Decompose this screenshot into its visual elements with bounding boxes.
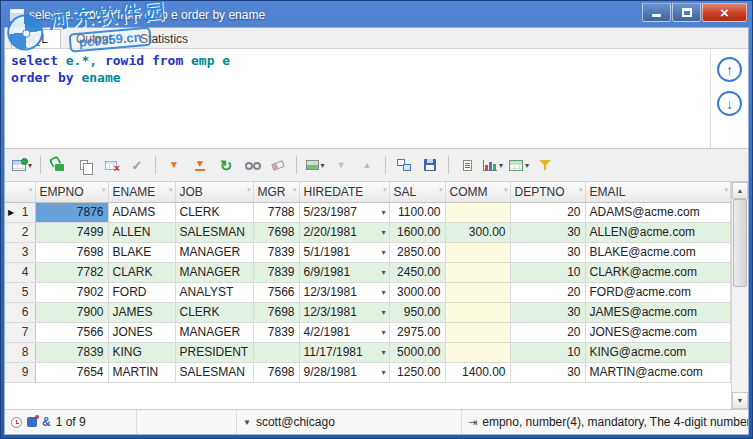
grid-cell[interactable]: JONES (108, 322, 175, 342)
grid-cell[interactable]: FORD@acme.com (585, 282, 731, 302)
grid-cell[interactable]: 7839 (253, 322, 299, 342)
grid-cell[interactable]: 6/9/1981 (299, 262, 389, 282)
grid-cell[interactable]: ADAMS@acme.com (585, 202, 731, 222)
sort-descending-button[interactable]: ▼ (329, 153, 353, 177)
pin-results-button[interactable]: ▾ (10, 153, 34, 177)
column-header-empno[interactable]: EMPNO (35, 182, 108, 202)
grid-cell[interactable]: 2850.00 (389, 242, 445, 262)
tab-output[interactable]: Output (63, 29, 125, 48)
session-selector[interactable]: ▼ scott@chicago (237, 410, 462, 434)
grid-cell[interactable] (445, 282, 510, 302)
grid-cell[interactable]: 7698 (253, 302, 299, 322)
vertical-scrollbar[interactable]: ▲ ▼ (731, 182, 748, 409)
grid-cell[interactable]: MANAGER (175, 262, 253, 282)
grid-cell[interactable]: 7782 (35, 262, 108, 282)
grid-cell[interactable]: 7566 (253, 282, 299, 302)
scrollbar-up-icon[interactable]: ▲ (732, 182, 748, 199)
grid-cell[interactable]: CLERK (175, 202, 253, 222)
post-changes-button[interactable]: ✓ (125, 153, 149, 177)
grid-cell[interactable]: 7788 (253, 202, 299, 222)
grid-cell[interactable]: BLAKE@acme.com (585, 242, 731, 262)
grid-cell[interactable] (445, 262, 510, 282)
grid-cell[interactable]: MARTIN@acme.com (585, 362, 731, 382)
grid-cell[interactable]: 5000.00 (389, 342, 445, 362)
column-header-deptno[interactable]: DEPTNO (510, 182, 585, 202)
row-number[interactable]: 4 (5, 262, 35, 282)
grid-cell[interactable]: 2975.00 (389, 322, 445, 342)
grid-cell[interactable]: CLARK@acme.com (585, 262, 731, 282)
grid-cell[interactable]: SALESMAN (175, 362, 253, 382)
grid-cell[interactable]: ALLEN (108, 222, 175, 242)
grid-cell[interactable] (445, 242, 510, 262)
grid-cell[interactable]: 1600.00 (389, 222, 445, 242)
minimize-button[interactable] (642, 3, 671, 22)
grid-cell[interactable]: 7698 (253, 222, 299, 242)
grid-cell[interactable]: PRESIDENT (175, 342, 253, 362)
grid-cell[interactable]: FORD (108, 282, 175, 302)
grid-cell[interactable]: 1250.00 (389, 362, 445, 382)
export-grid-button[interactable]: ▾ (507, 153, 531, 177)
tab-sql[interactable]: SQL (11, 29, 61, 48)
row-number[interactable]: 2 (5, 222, 35, 242)
grid-cell[interactable]: ANALYST (175, 282, 253, 302)
copy-record-button[interactable] (73, 153, 97, 177)
row-number[interactable]: 7 (5, 322, 35, 342)
grid-cell[interactable]: 10 (510, 342, 585, 362)
previous-statement-button[interactable]: ↑ (717, 57, 742, 82)
grid-cell[interactable]: 3000.00 (389, 282, 445, 302)
save-results-button[interactable] (418, 153, 442, 177)
row-number[interactable]: 9 (5, 362, 35, 382)
row-number[interactable]: 8 (5, 342, 35, 362)
grid-cell[interactable]: KING@acme.com (585, 342, 731, 362)
grid-cell[interactable]: 9/28/1981 (299, 362, 389, 382)
scrollbar-thumb[interactable] (733, 199, 747, 287)
grid-cell[interactable]: 20 (510, 322, 585, 342)
row-number[interactable]: 3 (5, 242, 35, 262)
grid-cell[interactable]: ALLEN@acme.com (585, 222, 731, 242)
grid-cell[interactable]: 5/23/1987 (299, 202, 389, 222)
grid-cell[interactable]: JAMES (108, 302, 175, 322)
grid-cell[interactable]: 4/2/1981 (299, 322, 389, 342)
clear-button[interactable] (266, 153, 290, 177)
grid-cell[interactable]: BLAKE (108, 242, 175, 262)
find-button[interactable] (240, 153, 264, 177)
grid-cell[interactable]: 11/17/1981 (299, 342, 389, 362)
grid-cell[interactable]: 7698 (253, 362, 299, 382)
grid-cell[interactable]: 7698 (35, 242, 108, 262)
grid-cell[interactable]: 5/1/1981 (299, 242, 389, 262)
grid-cell[interactable]: MARTIN (108, 362, 175, 382)
grid-cell[interactable]: KING (108, 342, 175, 362)
grid-cell[interactable]: 7566 (35, 322, 108, 342)
grid-cell[interactable]: CLARK (108, 262, 175, 282)
grid-corner[interactable] (5, 182, 35, 202)
maximize-button[interactable] (672, 3, 701, 22)
grid-cell[interactable] (445, 322, 510, 342)
grid-cell[interactable]: 7902 (35, 282, 108, 302)
grid-cell[interactable] (445, 302, 510, 322)
row-number[interactable]: 5 (5, 282, 35, 302)
column-header-job[interactable]: JOB (175, 182, 253, 202)
grid-cell[interactable]: 7839 (35, 342, 108, 362)
fetch-last-page-button[interactable]: ▼ (188, 153, 212, 177)
filter-button[interactable] (533, 153, 557, 177)
column-header-mgr[interactable]: MGR (253, 182, 299, 202)
grid-cell[interactable]: 7654 (35, 362, 108, 382)
column-header-comm[interactable]: COMM (445, 182, 510, 202)
grid-cell[interactable]: 10 (510, 262, 585, 282)
grid-cell[interactable]: 7839 (253, 262, 299, 282)
edit-data-button[interactable] (47, 153, 71, 177)
grid-cell[interactable] (253, 342, 299, 362)
grid-cell[interactable]: 1100.00 (389, 202, 445, 222)
grid-cell[interactable]: 7499 (35, 222, 108, 242)
fetch-next-page-button[interactable]: ▼ (162, 153, 186, 177)
grid-cell[interactable]: SALESMAN (175, 222, 253, 242)
grid-cell[interactable]: 2450.00 (389, 262, 445, 282)
sort-ascending-button[interactable]: ▲ (355, 153, 379, 177)
report-button[interactable] (455, 153, 479, 177)
column-header-email[interactable]: EMAIL (585, 182, 731, 202)
grid-cell[interactable]: 30 (510, 242, 585, 262)
grid-cell[interactable]: JONES@acme.com (585, 322, 731, 342)
grid-cell[interactable]: 12/3/1981 (299, 282, 389, 302)
chart-button[interactable]: ▾ (481, 153, 505, 177)
grid-cell[interactable]: 30 (510, 362, 585, 382)
